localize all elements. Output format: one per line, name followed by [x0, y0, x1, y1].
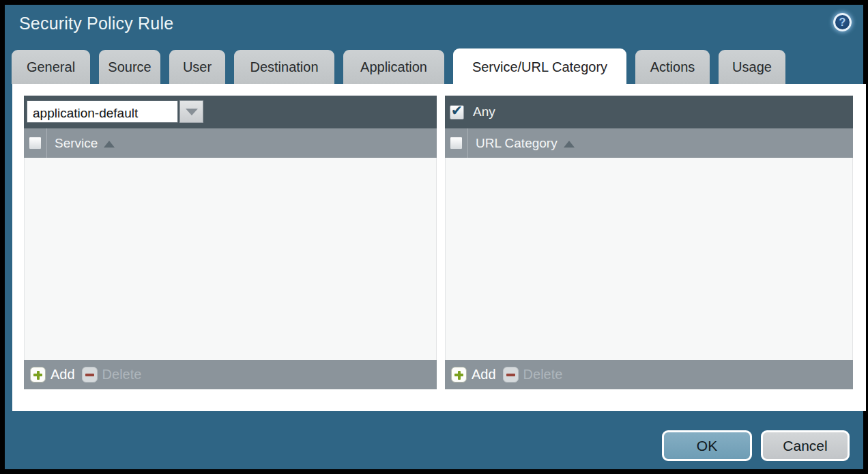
- url-category-delete-button[interactable]: Delete: [503, 367, 563, 382]
- tab-content: application-default ✔ Service: [12, 84, 866, 411]
- url-category-column-header: ✔ URL Category: [445, 128, 853, 158]
- security-policy-rule-dialog: Security Policy Rule ? General Source Us…: [5, 5, 863, 469]
- check-icon: ✔: [451, 102, 463, 119]
- url-category-footer: Add Delete: [445, 360, 853, 389]
- url-category-list[interactable]: [445, 158, 853, 360]
- sort-ascending-icon: [104, 141, 115, 148]
- url-category-column-label[interactable]: URL Category: [476, 136, 575, 151]
- any-row: ✔ Any: [450, 104, 495, 120]
- help-icon[interactable]: ?: [833, 13, 852, 31]
- cancel-button[interactable]: Cancel: [761, 430, 850, 461]
- service-type-dropdown-button[interactable]: [179, 100, 203, 123]
- service-type-input[interactable]: application-default: [27, 100, 178, 123]
- tab-user[interactable]: User: [169, 50, 225, 84]
- add-plus-icon: [30, 367, 46, 382]
- tab-application[interactable]: Application: [343, 50, 444, 84]
- service-delete-button[interactable]: Delete: [82, 367, 142, 382]
- url-category-select-all-cell: ✔: [445, 128, 468, 158]
- url-category-select-all-checkbox[interactable]: ✔: [450, 137, 463, 150]
- tab-actions[interactable]: Actions: [635, 50, 710, 84]
- tab-general[interactable]: General: [12, 50, 90, 84]
- chevron-down-icon: [186, 109, 198, 115]
- url-category-add-button[interactable]: Add: [451, 367, 496, 382]
- service-column-label[interactable]: Service: [55, 136, 115, 151]
- tab-bar: General Source User Destination Applicat…: [12, 48, 785, 84]
- url-category-toolbar: ✔ Any: [445, 96, 853, 128]
- help-glyph: ?: [839, 16, 846, 29]
- delete-minus-icon: [82, 367, 98, 382]
- service-footer: Add Delete: [24, 360, 437, 389]
- ok-button[interactable]: OK: [662, 430, 752, 461]
- service-panel-toolbar: application-default: [24, 96, 437, 128]
- service-add-button[interactable]: Add: [30, 367, 75, 382]
- service-column-header: ✔ Service: [24, 128, 437, 158]
- service-select-all-cell: ✔: [24, 128, 47, 158]
- service-type-combo: application-default: [27, 100, 203, 123]
- screen: Security Policy Rule ? General Source Us…: [0, 0, 868, 474]
- tab-destination[interactable]: Destination: [234, 50, 334, 84]
- service-list[interactable]: [24, 158, 437, 360]
- tab-usage[interactable]: Usage: [719, 50, 785, 84]
- any-label: Any: [473, 104, 495, 120]
- service-select-all-checkbox[interactable]: ✔: [29, 137, 42, 150]
- any-checkbox[interactable]: ✔: [450, 105, 464, 120]
- service-panel: application-default ✔ Service: [24, 96, 437, 389]
- tab-service-url-category[interactable]: Service/URL Category: [453, 48, 626, 84]
- add-plus-icon: [451, 367, 467, 382]
- tab-source[interactable]: Source: [99, 50, 160, 84]
- dialog-title: Security Policy Rule: [19, 14, 173, 33]
- url-category-panel: ✔ Any ✔ URL Category: [445, 96, 853, 389]
- delete-minus-icon: [503, 367, 519, 382]
- sort-ascending-icon: [564, 141, 575, 148]
